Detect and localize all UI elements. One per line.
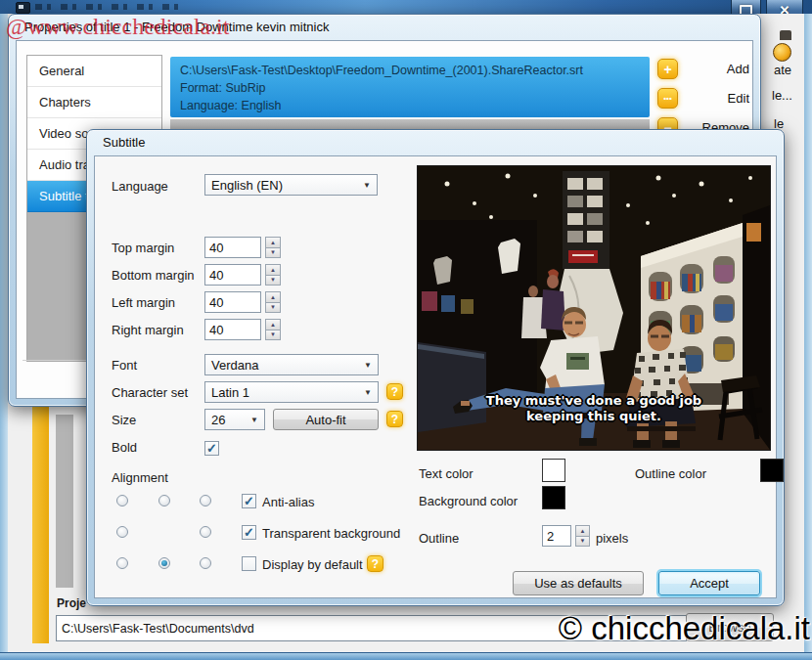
chevron-down-icon: ▼: [363, 181, 371, 190]
right-margin-label: Right margin: [112, 323, 184, 337]
alignment-label: Alignment: [112, 470, 168, 485]
subtitle-dialog-title: Subtitle: [103, 135, 145, 150]
antialias-checkbox[interactable]: ✓: [242, 494, 256, 508]
background-color-swatch[interactable]: [542, 486, 565, 509]
stepper-down-icon[interactable]: ▼: [265, 248, 281, 259]
watermark-top: @www.chicchedicala.it: [6, 14, 229, 40]
edit-button[interactable]: Edit: [695, 91, 749, 106]
check-icon: ✓: [206, 442, 217, 455]
outline-width-label: Outline: [419, 531, 459, 546]
stepper-down-icon[interactable]: ▼: [265, 330, 281, 341]
subtitle-track-language: Language: English: [180, 97, 640, 114]
left-margin-stepper[interactable]: ▲ ▼: [265, 291, 281, 313]
bottom-margin-input[interactable]: [204, 264, 261, 286]
edit-icon[interactable]: •••: [657, 88, 678, 109]
stepper-up-icon[interactable]: ▲: [265, 264, 281, 276]
outline-width-input[interactable]: [542, 525, 571, 547]
text-color-swatch[interactable]: [542, 459, 565, 482]
align-top-center-radio[interactable]: [158, 495, 170, 506]
autofit-button[interactable]: Auto-fit: [273, 409, 379, 430]
video-preview: They must've done a good job keeping thi…: [417, 165, 771, 451]
align-bottom-right-radio[interactable]: [200, 557, 211, 569]
tab-general[interactable]: General: [27, 56, 161, 87]
toolbar-partial-icon: [780, 30, 791, 40]
display-default-checkbox[interactable]: [242, 556, 256, 571]
align-bottom-left-radio[interactable]: [116, 557, 128, 569]
font-value: Verdana: [211, 358, 258, 373]
text-color-label: Text color: [419, 466, 474, 481]
top-margin-label: Top margin: [112, 241, 174, 255]
tab-chapters[interactable]: Chapters: [27, 87, 161, 118]
background-color-label: Background color: [419, 494, 518, 508]
transparent-bg-label: Transparent background: [262, 526, 400, 541]
align-top-right-radio[interactable]: [200, 495, 211, 506]
accept-label: Accept: [690, 576, 729, 591]
subtitle-track-item[interactable]: C:\Users\Fask-Test\Desktop\Freedom_Downt…: [170, 57, 650, 117]
align-bottom-center-radio[interactable]: [158, 557, 170, 569]
stepper-up-icon[interactable]: ▲: [575, 525, 590, 537]
font-label: Font: [112, 358, 137, 373]
check-icon: ✓: [244, 495, 254, 507]
disc-icon: [773, 43, 791, 62]
add-icon[interactable]: +: [657, 59, 678, 79]
chevron-down-icon: ▼: [364, 361, 372, 370]
dots-glyph: •••: [663, 95, 671, 103]
stepper-up-icon[interactable]: ▲: [265, 237, 281, 248]
toolbar-fragment-create: ate: [774, 63, 791, 77]
background-title-text-remnant: [35, 4, 182, 10]
align-top-left-radio[interactable]: [116, 495, 128, 506]
bold-checkbox[interactable]: ✓: [204, 441, 219, 456]
size-label: Size: [112, 413, 136, 427]
top-margin-stepper[interactable]: ▲ ▼: [265, 237, 281, 258]
size-help-icon[interactable]: ?: [386, 411, 403, 427]
charset-value: Latin 1: [211, 385, 249, 400]
size-value: 26: [211, 413, 225, 427]
autofit-label: Auto-fit: [305, 413, 345, 427]
left-margin-label: Left margin: [112, 295, 175, 310]
stepper-up-icon[interactable]: ▲: [265, 319, 281, 330]
subtitle-line-2: keeping this quiet.: [418, 409, 770, 424]
use-as-defaults-label: Use as defaults: [534, 576, 622, 591]
accept-button[interactable]: Accept: [658, 571, 760, 595]
bottom-margin-stepper[interactable]: ▲ ▼: [265, 264, 281, 286]
stepper-down-icon[interactable]: ▼: [265, 276, 281, 286]
outline-width-stepper[interactable]: ▲ ▼: [575, 525, 590, 547]
top-margin-input[interactable]: [204, 237, 261, 258]
toolbar-fragment-title1: le...: [772, 88, 792, 103]
chevron-down-icon: ▼: [250, 416, 258, 424]
subtitle-track-path: C:\Users\Fask-Test\Desktop\Freedom_Downt…: [180, 62, 640, 79]
charset-help-icon[interactable]: ?: [386, 383, 403, 400]
charset-dropdown[interactable]: Latin 1 ▼: [204, 381, 379, 403]
chevron-down-icon: ▼: [364, 388, 372, 397]
align-middle-right-radio[interactable]: [200, 526, 211, 538]
language-dropdown[interactable]: English (EN) ▼: [204, 174, 378, 196]
subtitle-dialog: Subtitle Language English (EN) ▼ Top mar…: [86, 129, 785, 606]
check-icon: ✓: [244, 526, 254, 539]
language-value: English (EN): [211, 178, 283, 193]
background-yellow-bar: [32, 403, 49, 643]
display-default-label: Display by default: [262, 557, 363, 572]
use-as-defaults-button[interactable]: Use as defaults: [513, 571, 644, 595]
stepper-down-icon[interactable]: ▼: [265, 303, 281, 314]
transparent-bg-checkbox[interactable]: ✓: [242, 525, 256, 540]
bottom-margin-label: Bottom margin: [112, 268, 195, 283]
charset-label: Character set: [112, 385, 188, 400]
watermark-bottom: © chicchedicala.it: [559, 610, 810, 647]
right-margin-input[interactable]: [204, 319, 261, 340]
subtitle-overlay: They must've done a good job keeping thi…: [418, 393, 770, 425]
app-icon: [16, 2, 30, 14]
window-border-bottom: [0, 652, 812, 660]
plus-glyph: +: [663, 63, 671, 76]
right-margin-stepper[interactable]: ▲ ▼: [265, 319, 281, 340]
stepper-down-icon[interactable]: ▼: [575, 537, 590, 548]
display-default-help-icon[interactable]: ?: [367, 555, 383, 572]
align-middle-left-radio[interactable]: [116, 526, 128, 538]
left-margin-input[interactable]: [204, 291, 261, 313]
hanging-tshirt: [498, 239, 520, 274]
outline-color-swatch[interactable]: [760, 459, 784, 482]
stepper-up-icon[interactable]: ▲: [265, 291, 281, 303]
language-label: Language: [112, 179, 168, 194]
font-dropdown[interactable]: Verdana ▼: [204, 354, 379, 375]
add-button[interactable]: Add: [695, 62, 749, 76]
size-dropdown[interactable]: 26 ▼: [204, 409, 265, 430]
